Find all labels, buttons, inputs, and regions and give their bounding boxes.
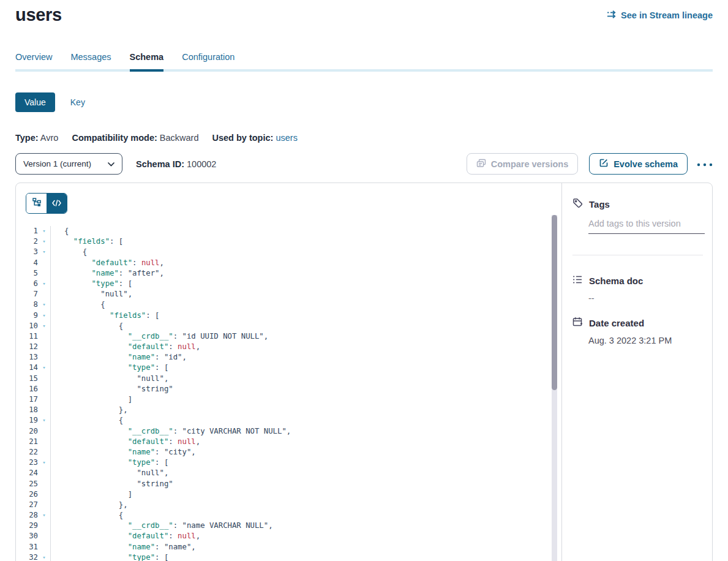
- schema-doc-heading: Schema doc: [572, 275, 712, 286]
- code-text: "default": null,: [51, 342, 200, 352]
- code-gutter: 11: [16, 331, 51, 342]
- line-number: 2: [16, 236, 38, 247]
- version-select[interactable]: Version 1 (current): [15, 153, 122, 175]
- fold-caret-icon[interactable]: ▾: [38, 552, 50, 561]
- code-line: 7 "null",: [16, 289, 561, 299]
- line-number: 19: [16, 415, 38, 426]
- stream-lineage-link[interactable]: See in Stream lineage: [606, 10, 713, 21]
- tree-view-button[interactable]: [26, 194, 47, 213]
- code-text: "string": [51, 384, 173, 394]
- evolve-schema-button[interactable]: Evolve schema: [589, 153, 688, 175]
- fold-caret-icon: [38, 289, 50, 299]
- schema-id: Schema ID: 100002: [136, 159, 216, 169]
- code-scrollbar[interactable]: [552, 215, 557, 561]
- code-view-toggle: [26, 193, 67, 214]
- ellipsis-icon: [697, 159, 713, 168]
- code-gutter: 1▾: [16, 226, 51, 236]
- line-number: 12: [16, 342, 38, 352]
- fold-caret-icon: [38, 268, 50, 279]
- code-line: 13 "name": "id",: [16, 352, 561, 363]
- code-text: "null",: [51, 468, 168, 478]
- code-gutter: 26: [16, 489, 51, 500]
- chevron-down-icon: [108, 159, 114, 168]
- code-gutter: 13: [16, 352, 51, 363]
- code-text: {: [51, 247, 87, 257]
- fold-caret-icon[interactable]: ▾: [38, 457, 50, 468]
- code-line: 3▾ {: [16, 247, 561, 257]
- code-line: 25 "string": [16, 479, 561, 489]
- scrollbar-thumb[interactable]: [552, 215, 557, 390]
- fold-caret-icon: [38, 384, 50, 394]
- tab-configuration[interactable]: Configuration: [182, 52, 235, 72]
- code-text: "name": "id",: [51, 352, 187, 363]
- code-gutter: 21: [16, 437, 51, 447]
- fold-caret-icon[interactable]: ▾: [38, 299, 50, 310]
- line-number: 17: [16, 394, 38, 405]
- code-text: "fields": [: [51, 236, 123, 247]
- edit-schema-icon: [599, 158, 609, 170]
- line-number: 24: [16, 468, 38, 478]
- fold-caret-icon[interactable]: ▾: [38, 415, 50, 426]
- fold-caret-icon: [38, 352, 50, 363]
- code-text: {: [51, 415, 123, 426]
- tags-input[interactable]: [588, 219, 705, 234]
- fold-caret-icon[interactable]: ▾: [38, 236, 50, 247]
- tab-schema[interactable]: Schema: [130, 52, 164, 72]
- schema-sidebar: Tags Schema doc --: [561, 183, 712, 561]
- code-text: "__crdb__": "name VARCHAR NULL",: [51, 521, 273, 531]
- line-number: 5: [16, 268, 38, 279]
- tags-section-heading: Tags: [572, 198, 712, 210]
- code-view-button[interactable]: [47, 194, 67, 213]
- line-number: 6: [16, 279, 38, 289]
- more-actions-button[interactable]: [697, 159, 713, 168]
- code-line: 10▾ {: [16, 321, 561, 331]
- tag-icon: [572, 198, 583, 210]
- fold-caret-icon: [38, 447, 50, 457]
- code-gutter: 17: [16, 394, 51, 405]
- fold-caret-icon: [38, 437, 50, 447]
- fold-caret-icon[interactable]: ▾: [38, 321, 50, 331]
- fold-caret-icon: [38, 500, 50, 510]
- code-line: 11 "__crdb__": "id UUID NOT NULL",: [16, 331, 561, 342]
- version-select-value: Version 1 (current): [23, 159, 91, 168]
- meta-compatibility: Compatibility mode: Backward: [72, 133, 198, 143]
- code-text: "type": [: [51, 457, 168, 468]
- code-line: 21 "default": null,: [16, 437, 561, 447]
- fold-caret-icon[interactable]: ▾: [38, 247, 50, 257]
- fold-caret-icon[interactable]: ▾: [38, 510, 50, 521]
- fold-caret-icon[interactable]: ▾: [38, 311, 50, 321]
- schema-page: users See in Stream lineage Overview Mes…: [0, 0, 728, 561]
- code-text: "name": "city",: [51, 447, 196, 457]
- code-gutter: 7: [16, 289, 51, 299]
- tab-messages[interactable]: Messages: [70, 52, 111, 72]
- line-number: 23: [16, 457, 38, 468]
- code-line: 20 "__crdb__": "city VARCHAR NOT NULL",: [16, 426, 561, 437]
- page-header: users See in Stream lineage: [15, 0, 713, 25]
- code-gutter: 2▾: [16, 236, 51, 247]
- value-toggle-button[interactable]: Value: [15, 92, 55, 112]
- code-text: "__crdb__": "city VARCHAR NOT NULL",: [51, 426, 291, 437]
- sidebar-divider: [572, 255, 703, 255]
- fold-caret-icon[interactable]: ▾: [38, 226, 50, 236]
- compare-versions-button[interactable]: Compare versions: [467, 153, 579, 175]
- key-toggle-link[interactable]: Key: [70, 97, 85, 107]
- code-gutter: 14▾: [16, 363, 51, 373]
- code-line: 18 },: [16, 405, 561, 415]
- meta-used-by-topic: Used by topic: users: [212, 133, 297, 143]
- fold-caret-icon[interactable]: ▾: [38, 363, 50, 373]
- code-block: 1▾{2▾ "fields": [3▾ {4 "default": null,5…: [16, 226, 561, 561]
- code-text: },: [51, 500, 128, 510]
- code-text: "fields": [: [51, 311, 160, 321]
- fold-caret-icon: [38, 426, 50, 437]
- fold-caret-icon[interactable]: ▾: [38, 279, 50, 289]
- code-line: 4 "default": null,: [16, 258, 561, 268]
- code-text: "null",: [51, 289, 132, 299]
- tab-overview[interactable]: Overview: [15, 52, 52, 72]
- fold-caret-icon: [38, 489, 50, 500]
- fold-caret-icon: [38, 374, 50, 384]
- list-icon: [572, 275, 583, 286]
- topic-link[interactable]: users: [276, 133, 297, 143]
- schema-panel: 1▾{2▾ "fields": [3▾ {4 "default": null,5…: [15, 183, 713, 561]
- line-number: 31: [16, 542, 38, 552]
- code-line: 5 "name": "after",: [16, 268, 561, 279]
